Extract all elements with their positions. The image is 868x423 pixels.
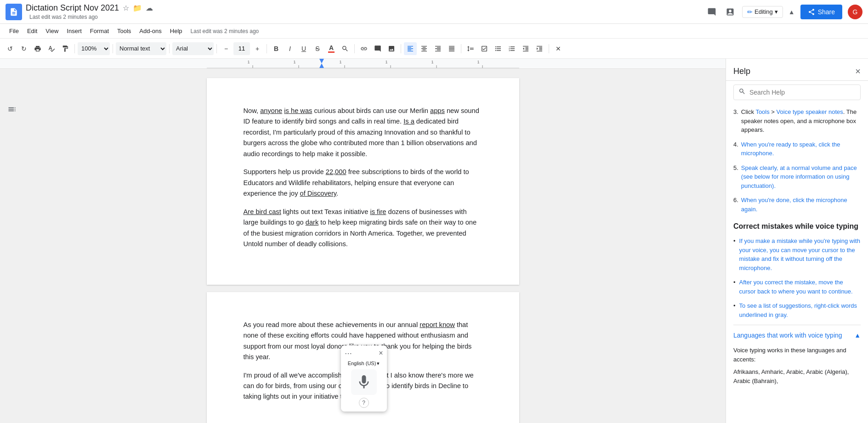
folder-icon[interactable]: 📁 xyxy=(133,4,142,12)
share-button[interactable]: Share xyxy=(800,5,842,19)
link-btn[interactable] xyxy=(357,42,370,55)
page-2: As you read more about these achievement… xyxy=(207,292,519,423)
doc-title: Dictation Script Nov 2021 xyxy=(26,3,119,13)
clear-format-btn[interactable]: ✕ xyxy=(552,42,565,55)
indent-increase-btn[interactable] xyxy=(533,42,546,55)
help-header: Help × xyxy=(726,59,868,81)
comments-icon[interactable] xyxy=(705,6,718,18)
editing-mode-btn[interactable]: ✏ Editing ▾ xyxy=(742,6,783,18)
collapse-toolbar-btn[interactable]: ▲ xyxy=(789,8,795,16)
mic-widget: ⋯ × English (US) ▾ ? xyxy=(341,345,387,412)
redo-btn[interactable]: ↻ xyxy=(17,42,30,55)
step5-link[interactable]: Speak clearly, at a normal volume and pa… xyxy=(741,164,857,189)
step4-link[interactable]: When you're ready to speak, click the mi… xyxy=(741,141,840,157)
svg-marker-8 xyxy=(319,63,324,68)
help-panel-title: Help xyxy=(733,67,750,76)
mic-button[interactable] xyxy=(351,369,377,395)
checklist-btn[interactable] xyxy=(478,42,491,55)
toolbar-sep-9 xyxy=(549,44,549,53)
zoom-select[interactable]: 100% xyxy=(78,42,110,55)
page-1-content[interactable]: Now, anyone is he was curious about bird… xyxy=(244,106,482,250)
align-right-btn[interactable] xyxy=(431,42,444,55)
align-center-btn[interactable] xyxy=(418,42,431,55)
doc-area: 1 1 1 1 1 1 Now, anyone is he was curiou… xyxy=(0,59,726,423)
menu-help[interactable]: Help xyxy=(166,26,186,36)
help-close-btn[interactable]: × xyxy=(855,66,861,77)
help-step-3: 3. Click Tools > Voice type speaker note… xyxy=(733,107,861,135)
mic-language-selector[interactable]: English (US) ▾ xyxy=(348,361,380,367)
style-select[interactable]: Normal text xyxy=(116,42,166,55)
help-bullet-2: • After you correct the mistake, move th… xyxy=(733,278,861,296)
menu-file[interactable]: File xyxy=(6,26,23,36)
menu-format[interactable]: Format xyxy=(86,26,113,36)
comment-btn[interactable] xyxy=(371,42,384,55)
decrease-font-btn[interactable]: − xyxy=(220,42,233,55)
doc-title-area: Dictation Script Nov 2021 ☆ 📁 ☁ Last edi… xyxy=(26,3,702,20)
app-logo xyxy=(6,4,22,20)
menu-bar: File Edit View Insert Format Tools Add-o… xyxy=(0,24,868,39)
editing-label: Editing xyxy=(755,8,773,15)
align-justify-btn[interactable] xyxy=(445,42,458,55)
star-icon[interactable]: ☆ xyxy=(123,4,129,12)
bullet-list-btn[interactable] xyxy=(492,42,505,55)
spellcheck-btn[interactable] xyxy=(45,42,58,55)
align-left-btn[interactable] xyxy=(404,42,417,55)
menu-tools[interactable]: Tools xyxy=(113,26,135,36)
help-search-box[interactable] xyxy=(733,85,861,100)
correct-mistakes-title: Correct mistakes while voice typing xyxy=(733,221,861,232)
indent-decrease-btn[interactable] xyxy=(519,42,532,55)
top-right-actions: ✏ Editing ▾ ▲ Share G xyxy=(705,5,862,19)
text-color-btn[interactable]: A xyxy=(325,42,338,55)
font-size-input[interactable] xyxy=(233,42,250,55)
print-btn[interactable] xyxy=(31,42,44,55)
menu-last-edit: Last edit was 2 minutes ago xyxy=(191,28,259,34)
italic-btn[interactable]: I xyxy=(284,42,296,55)
help-step-5: 5. Speak clearly, at a normal volume and… xyxy=(733,164,861,191)
languages-section-title: Languages that work with voice typing xyxy=(733,331,842,340)
svg-marker-7 xyxy=(319,59,324,63)
languages-collapsible-content: Voice typing works in these languages an… xyxy=(733,346,861,391)
help-search-input[interactable] xyxy=(749,89,856,96)
editing-dropdown-icon: ▾ xyxy=(775,8,778,15)
help-sidebar: Help × 3. Click Tools > Voice type speak… xyxy=(726,59,868,423)
menu-edit[interactable]: Edit xyxy=(23,26,41,36)
font-select[interactable]: Arial xyxy=(172,42,214,55)
toolbar-sep-2 xyxy=(113,44,113,53)
help-search-icon xyxy=(738,88,746,97)
toolbar-sep-6 xyxy=(354,44,355,53)
pages-container: Now, anyone is he was curious about bird… xyxy=(0,69,726,423)
line-spacing-btn[interactable] xyxy=(464,42,477,55)
strikethrough-btn[interactable]: S xyxy=(311,42,324,55)
paintformat-btn[interactable] xyxy=(59,42,72,55)
ruler: 1 1 1 1 1 1 xyxy=(0,59,726,69)
mic-more-btn[interactable]: ⋯ xyxy=(345,349,352,358)
undo-btn[interactable]: ↺ xyxy=(4,42,17,55)
languages-list: Afrikaans, Amharic, Arabic, Arabic (Alge… xyxy=(733,367,861,385)
help-step-4: 4. When you're ready to speak, click the… xyxy=(733,140,861,158)
paragraph-3: Are bird cast lights out text Texas init… xyxy=(244,207,482,250)
help-step-6: 6. When you're done, click the microphon… xyxy=(733,196,861,214)
languages-collapsible-header[interactable]: Languages that work with voice typing ▲ xyxy=(733,325,861,346)
highlight-btn[interactable] xyxy=(339,42,352,55)
numbered-list-btn[interactable] xyxy=(505,42,518,55)
menu-addons[interactable]: Add-ons xyxy=(136,26,165,36)
mic-lang-dropdown: ▾ xyxy=(377,361,380,367)
bold-btn[interactable]: B xyxy=(270,42,283,55)
tools-link[interactable]: Tools xyxy=(755,108,769,115)
user-avatar[interactable]: G xyxy=(848,5,862,19)
mic-lang-text: English (US) xyxy=(348,361,376,366)
outline-toggle-btn[interactable] xyxy=(7,105,17,115)
mic-help-btn[interactable]: ? xyxy=(359,398,369,408)
toolbar-sep-5 xyxy=(267,44,267,53)
voice-type-link[interactable]: Voice type speaker notes xyxy=(777,108,843,115)
cloud-icon[interactable]: ☁ xyxy=(146,4,153,12)
mic-close-btn[interactable]: × xyxy=(379,349,383,357)
suggest-icon[interactable] xyxy=(724,6,737,18)
menu-view[interactable]: View xyxy=(42,26,62,36)
step6-link[interactable]: When you're done, click the microphone a… xyxy=(741,197,847,213)
menu-insert[interactable]: Insert xyxy=(63,26,85,36)
increase-font-btn[interactable]: + xyxy=(251,42,264,55)
underline-btn[interactable]: U xyxy=(297,42,310,55)
font-size-area: − + xyxy=(220,42,264,55)
image-btn[interactable] xyxy=(385,42,398,55)
